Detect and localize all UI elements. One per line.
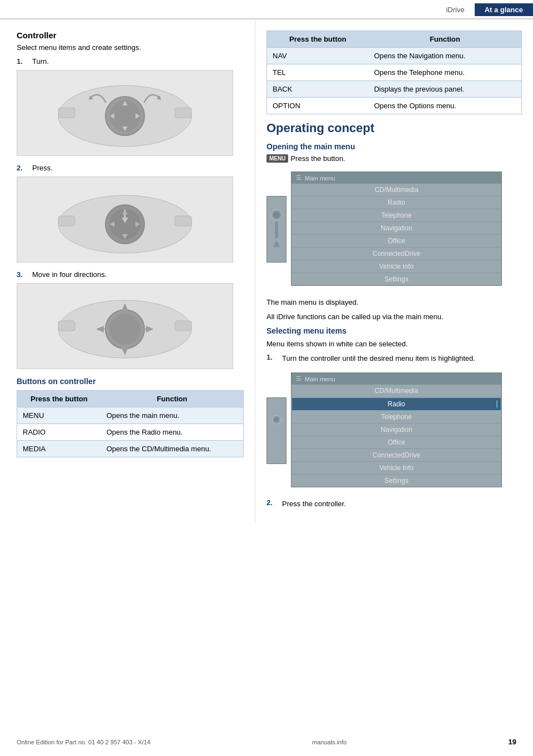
controller-directions-image	[17, 283, 233, 369]
brand-text: manuals.info	[312, 739, 346, 745]
header-tabs: iDrive At a glance	[436, 3, 533, 16]
table-row: NAV Opens the Navigation menu.	[267, 48, 521, 64]
svg-point-35	[273, 211, 280, 218]
col2-header-function: Function	[369, 31, 521, 48]
menu-left-icon-2	[266, 397, 286, 464]
btn-back-func: Displays the previous panel.	[369, 81, 521, 98]
menu-display-2: ☰ Main menu CD/Multimedia Radio Telephon…	[291, 372, 502, 487]
press-button-line: MENU Press the button.	[266, 154, 522, 163]
page-number: 19	[509, 738, 516, 746]
menu-item-vehicleinfo-1: Vehicle Info	[291, 260, 501, 273]
menu-item-connecteddrive-2: ConnectedDrive	[291, 449, 501, 462]
buttons-table-inner: Press the button Function MENU Opens the…	[17, 391, 243, 457]
svg-rect-36	[275, 221, 278, 238]
opening-menu-title: Opening the main menu	[266, 142, 522, 151]
btn-tel-func: Opens the Telephone menu.	[369, 64, 521, 81]
menu-header-1: ☰ Main menu	[291, 172, 501, 184]
btn-nav-func: Opens the Navigation menu.	[369, 48, 521, 64]
menu-button-label: MENU	[266, 154, 288, 163]
menu-display-1: ☰ Main menu CD/Multimedia Radio Telephon…	[291, 172, 502, 286]
step-3: 3. Move in four directions.	[17, 270, 244, 279]
table-row: TEL Opens the Telephone menu.	[267, 64, 521, 81]
right-step-2: 2. Press the controller.	[266, 498, 522, 510]
buttons-table: Press the button Function MENU Opens the…	[17, 390, 244, 457]
col-header-button: Press the button	[17, 391, 101, 407]
svg-point-39	[274, 417, 279, 422]
col-header-function: Function	[101, 391, 243, 407]
btn-radio-func: Opens the Radio menu.	[101, 424, 243, 441]
svg-rect-32	[58, 321, 75, 331]
menu-item-vehicleinfo-2: Vehicle Info	[291, 462, 501, 475]
step-3-num: 3.	[17, 270, 28, 279]
menu-header-title-1: Main menu	[305, 175, 335, 182]
right-step-2-num: 2.	[266, 498, 278, 510]
right-step-1-num: 1.	[266, 353, 278, 364]
tab-ataglance[interactable]: At a glance	[475, 3, 533, 16]
menu-left-icon-1	[266, 196, 286, 263]
page-header: iDrive At a glance	[0, 0, 533, 19]
step-2: 2. Press.	[17, 164, 244, 172]
right-column: Press the button Function NAV Opens the …	[255, 19, 533, 523]
nav-buttons-table-inner: Press the button Function NAV Opens the …	[267, 31, 521, 114]
main-menu-screenshot-1: ☰ Main menu CD/Multimedia Radio Telephon…	[266, 167, 522, 291]
main-menu-displayed-text: The main menu is displayed.	[266, 297, 522, 308]
tab-idrive[interactable]: iDrive	[436, 3, 474, 16]
menu-item-cdmultimedia-1: CD/Multimedia	[291, 184, 501, 196]
btn-tel: TEL	[267, 64, 369, 81]
step-1-text: Turn.	[32, 57, 49, 65]
nav-buttons-table: Press the button Function NAV Opens the …	[266, 31, 522, 114]
menu-item-office-2: Office	[291, 436, 501, 449]
right-step-1: 1. Turn the controller until the desired…	[266, 353, 522, 364]
controller-press-image	[17, 177, 233, 263]
menu-item-radio-1: Radio	[291, 196, 501, 209]
step-2-text: Press.	[32, 164, 53, 172]
step-2-num: 2.	[17, 164, 28, 172]
menu-item-navigation-1: Navigation	[291, 222, 501, 235]
menu-item-telephone-2: Telephone	[291, 411, 501, 424]
menu-item-office-1: Office	[291, 235, 501, 248]
main-content: Controller Select menu items and create …	[0, 19, 533, 523]
btn-menu: MENU	[17, 407, 101, 424]
svg-rect-16	[175, 216, 192, 226]
btn-radio: RADIO	[17, 424, 101, 441]
step-1-num: 1.	[17, 57, 28, 65]
btn-option-func: Opens the Options menu.	[369, 98, 521, 114]
controller-turn-image	[17, 70, 233, 156]
btn-nav: NAV	[267, 48, 369, 64]
table-row: BACK Displays the previous panel.	[267, 81, 521, 98]
operating-concept-title: Operating concept	[266, 121, 522, 135]
menu-list-icon-2: ☰	[296, 375, 301, 382]
menu-item-cdmultimedia-2: CD/Multimedia	[291, 385, 501, 397]
menu-item-navigation-2: Navigation	[291, 424, 501, 436]
menu-list-icon: ☰	[296, 174, 301, 182]
svg-rect-33	[175, 321, 192, 331]
step-1: 1. Turn.	[17, 57, 244, 65]
right-step-2-text: Press the controller.	[282, 498, 346, 510]
menu-item-settings-2: Settings	[291, 475, 501, 487]
menu-header-2: ☰ Main menu	[291, 373, 501, 385]
svg-rect-5	[58, 108, 75, 118]
col2-header-button: Press the button	[267, 31, 369, 48]
btn-back: BACK	[267, 81, 369, 98]
step-3-text: Move in four directions.	[32, 270, 107, 279]
controller-subtitle: Select menu items and create settings.	[17, 43, 244, 52]
left-column: Controller Select menu items and create …	[0, 19, 255, 523]
page-footer: Online Edition for Part no. 01 40 2 957 …	[0, 738, 533, 746]
table-row: MENU Opens the main menu.	[17, 407, 243, 424]
btn-menu-func: Opens the main menu.	[101, 407, 243, 424]
selecting-menu-title: Selecting menu items	[266, 326, 522, 335]
buttons-section-title: Buttons on controller	[17, 377, 244, 386]
main-menu-screenshot-2: ☰ Main menu CD/Multimedia Radio Telephon…	[266, 368, 522, 493]
all-idrive-text: All iDrive functions can be called up vi…	[266, 311, 522, 322]
svg-rect-6	[175, 108, 192, 118]
btn-option: OPTION	[267, 98, 369, 114]
table-row: MEDIA Opens the CD/Multimedia menu.	[17, 441, 243, 457]
btn-media-func: Opens the CD/Multimedia menu.	[101, 441, 243, 457]
table-row: OPTION Opens the Options menu.	[267, 98, 521, 114]
menu-item-connecteddrive-1: ConnectedDrive	[291, 248, 501, 260]
menu-item-telephone-1: Telephone	[291, 209, 501, 222]
right-step-1-text: Turn the controller until the desired me…	[282, 353, 475, 364]
svg-rect-15	[58, 216, 75, 226]
menu-item-radio-2-highlighted: Radio	[291, 397, 501, 411]
svg-point-23	[109, 314, 140, 345]
